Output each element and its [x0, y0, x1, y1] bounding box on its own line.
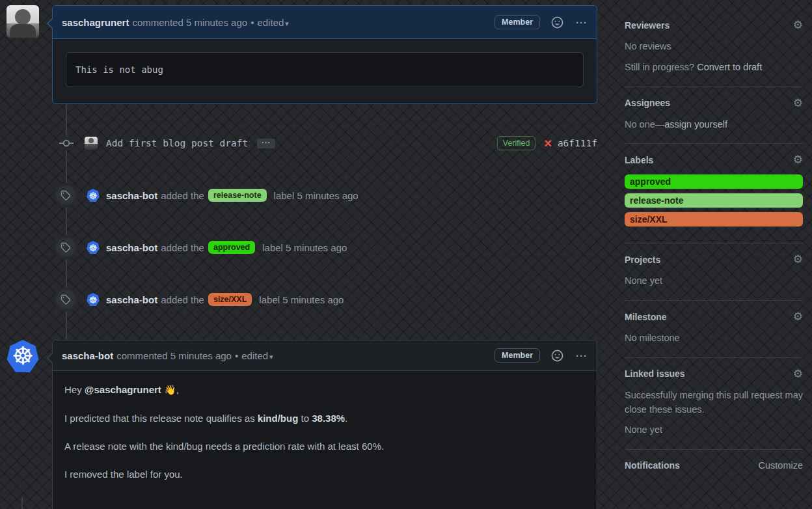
meta-dot: • — [250, 17, 254, 28]
kubernetes-wheel-icon: ☸ — [88, 191, 97, 200]
convert-to-draft-row: Still in progress? Convert to draft — [625, 61, 803, 75]
assign-yourself-link[interactable]: assign yourself — [664, 119, 727, 130]
gear-icon[interactable]: ⚙ — [793, 20, 803, 31]
sidebar: Reviewers ⚙ No reviews Still in progress… — [625, 9, 803, 482]
section-title: Linked issues — [625, 368, 685, 379]
event-actor-link[interactable]: sascha-bot — [106, 242, 157, 253]
projects-empty-text: None yet — [625, 274, 803, 288]
sidebar-label[interactable]: approved — [625, 174, 803, 189]
add-reaction-icon[interactable] — [551, 350, 563, 362]
event-actor-link[interactable]: sascha-bot — [106, 190, 157, 201]
comment-author-link[interactable]: saschagrunert — [62, 17, 129, 28]
member-badge: Member — [494, 348, 540, 363]
comment: sascha-bot commented 5 minutes ago • edi… — [52, 340, 597, 509]
section-title: Reviewers — [625, 20, 670, 31]
linked-issues-empty-text: None yet — [625, 423, 803, 437]
label-event-row: ☸ sascha-bot added the size/XXL label 5 … — [52, 289, 597, 310]
comment-paragraph: A release note with the kind/bug needs a… — [64, 441, 585, 452]
avatar[interactable] — [7, 5, 39, 38]
linked-issues-description: Successfully merging this pull request m… — [625, 389, 803, 417]
bot-avatar-large[interactable]: ☸ — [7, 340, 39, 372]
commit-message-link[interactable]: Add first blog post draft — [106, 138, 248, 148]
member-badge: Member — [494, 15, 540, 29]
milestone-empty-text: No milestone — [625, 331, 803, 346]
comment-header: sascha-bot commented 5 minutes ago • edi… — [53, 340, 597, 371]
verified-badge[interactable]: Verified — [497, 136, 536, 150]
label-pill[interactable]: size/XXL — [208, 293, 252, 306]
gear-icon[interactable]: ⚙ — [793, 154, 803, 165]
event-text: added the — [161, 294, 204, 305]
commit-expander-button[interactable]: ··· — [257, 139, 275, 148]
sidebar-section-notifications: Notifications Customize — [625, 450, 803, 482]
sidebar-section-labels: Labels ⚙ approved release-note size/XXL — [625, 144, 803, 243]
comment: saschagrunert commented 5 minutes ago • … — [52, 5, 597, 104]
section-title: Notifications — [625, 460, 680, 471]
convert-to-draft-link[interactable]: Convert to draft — [697, 62, 762, 72]
bot-avatar[interactable]: ☸ — [87, 293, 100, 306]
sidebar-section-reviewers: Reviewers ⚙ No reviews Still in progress… — [625, 9, 803, 87]
comment-header: saschagrunert commented 5 minutes ago • … — [53, 6, 597, 39]
tag-icon — [56, 186, 75, 205]
wave-emoji: 👋, — [161, 384, 179, 395]
comment-meta: commented 5 minutes ago — [132, 17, 247, 28]
tag-icon — [56, 290, 75, 309]
reviewers-empty-text: No reviews — [625, 40, 803, 54]
label-event-row: ☸ sascha-bot added the release-note labe… — [52, 185, 597, 206]
code-block: This is not abug — [66, 52, 584, 87]
comment-arrow — [48, 353, 53, 363]
sidebar-section-projects: Projects ⚙ None yet — [625, 243, 803, 301]
comment-paragraph: Hey @saschagrunert 👋, — [64, 384, 585, 396]
section-title: Assignees — [625, 98, 670, 108]
edited-dropdown[interactable]: edited▾ — [257, 17, 288, 28]
comment-body: Hey @saschagrunert 👋, I predicted that t… — [53, 371, 597, 509]
kebab-menu-icon[interactable]: ··· — [576, 17, 588, 28]
gear-icon[interactable]: ⚙ — [793, 368, 803, 379]
commit-row: Add first blog post draft ··· Verified ✕… — [52, 133, 597, 154]
kebab-menu-icon[interactable]: ··· — [576, 350, 588, 361]
mention-link[interactable]: @saschagrunert — [85, 384, 161, 395]
check-failed-icon[interactable]: ✕ — [543, 137, 552, 150]
assignees-empty-text: No one—assign yourself — [625, 118, 803, 132]
section-title: Projects — [625, 255, 660, 265]
customize-link[interactable]: Customize — [759, 460, 804, 471]
label-event-row: ☸ sascha-bot added the approved label 5 … — [52, 237, 597, 258]
section-title: Milestone — [625, 312, 667, 322]
bot-avatar[interactable]: ☸ — [87, 241, 100, 254]
avatar-body-shape — [10, 24, 36, 38]
event-text: label 5 minutes ago — [259, 294, 344, 305]
edited-dropdown[interactable]: edited▾ — [241, 350, 273, 361]
add-reaction-icon[interactable] — [551, 16, 563, 29]
label-pill[interactable]: release-note — [208, 189, 267, 202]
event-actor-link[interactable]: sascha-bot — [106, 294, 157, 305]
avatar-head-shape — [15, 9, 31, 25]
comment-body: This is not abug — [53, 39, 597, 100]
gear-icon[interactable]: ⚙ — [793, 98, 803, 109]
commit-icon — [59, 136, 74, 150]
gear-icon[interactable]: ⚙ — [793, 254, 803, 265]
event-text: added the — [161, 242, 204, 253]
event-text: label 5 minutes ago — [262, 242, 347, 253]
comment-meta: commented 5 minutes ago — [116, 350, 232, 361]
gear-icon[interactable]: ⚙ — [793, 311, 803, 322]
label-pill[interactable]: approved — [208, 241, 255, 254]
kubernetes-wheel-icon: ☸ — [88, 243, 97, 253]
chevron-down-icon: ▾ — [285, 20, 289, 27]
chevron-down-icon: ▾ — [269, 353, 273, 361]
event-text: label 5 minutes ago — [274, 190, 359, 201]
comment-author-link[interactable]: sascha-bot — [62, 350, 113, 361]
bot-avatar[interactable]: ☸ — [87, 189, 100, 202]
comment-arrow — [48, 19, 53, 28]
pull-request-page: saschagrunert commented 5 minutes ago • … — [0, 0, 812, 509]
sidebar-label[interactable]: size/XXL — [625, 212, 803, 227]
kubernetes-wheel-icon: ☸ — [12, 344, 34, 368]
comment-paragraph: I predicted that this release note quali… — [64, 413, 585, 424]
section-title: Labels — [625, 155, 653, 165]
sidebar-section-linked-issues: Linked issues ⚙ Successfully merging thi… — [625, 358, 803, 450]
tag-icon — [56, 238, 75, 257]
meta-dot: • — [235, 350, 238, 361]
commit-author-avatar[interactable] — [85, 137, 98, 150]
commit-hash-link[interactable]: a6f111f — [558, 138, 597, 148]
event-text: added the — [161, 190, 204, 201]
sidebar-label[interactable]: release-note — [625, 193, 803, 208]
sidebar-section-assignees: Assignees ⚙ No one—assign yourself — [625, 87, 803, 144]
